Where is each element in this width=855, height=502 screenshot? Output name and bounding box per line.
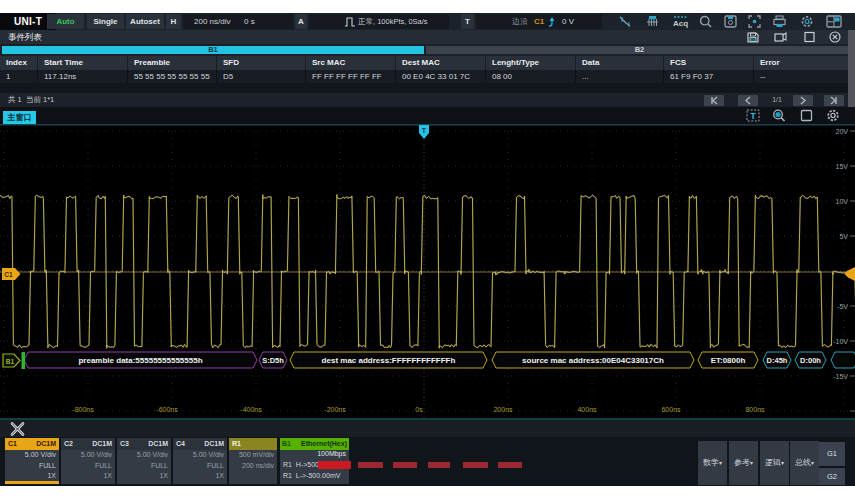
svg-text:C1: C1 (4, 271, 13, 278)
svg-text:Acq: Acq (673, 19, 688, 28)
svg-text:preamble data:55555555555555h: preamble data:55555555555555h (78, 356, 202, 365)
svg-text:600ns: 600ns (661, 406, 681, 413)
svg-text:0s: 0s (415, 406, 423, 413)
svg-text:800ns: 800ns (745, 406, 765, 413)
svg-text:-5V: -5V (837, 303, 848, 310)
svg-text:-200ns: -200ns (324, 406, 346, 413)
svg-text:5V: 5V (839, 233, 848, 240)
svg-text:-800ns: -800ns (72, 406, 94, 413)
svg-text:dest mac address:FFFFFFFFFFFFh: dest mac address:FFFFFFFFFFFFh (322, 356, 456, 365)
svg-text:D:00h: D:00h (800, 356, 821, 365)
svg-text:10V: 10V (836, 198, 849, 205)
svg-text:-15V: -15V (833, 373, 848, 380)
svg-text:B1: B1 (6, 358, 15, 365)
svg-text:-600ns: -600ns (156, 406, 178, 413)
svg-text:-10V: -10V (833, 338, 848, 345)
svg-text:ET:0800h: ET:0800h (711, 356, 746, 365)
svg-text:15V: 15V (836, 163, 849, 170)
svg-text:S:D5h: S:D5h (262, 356, 284, 365)
svg-text:-400ns: -400ns (240, 406, 262, 413)
svg-text:20V: 20V (836, 128, 849, 135)
svg-text:400ns: 400ns (577, 406, 597, 413)
svg-text:D:45h: D:45h (767, 356, 788, 365)
svg-text:200ns: 200ns (493, 406, 513, 413)
svg-text:source mac address:00E04C33017: source mac address:00E04C33017Ch (522, 356, 664, 365)
svg-text:T: T (422, 127, 427, 134)
svg-text:T: T (750, 111, 756, 121)
